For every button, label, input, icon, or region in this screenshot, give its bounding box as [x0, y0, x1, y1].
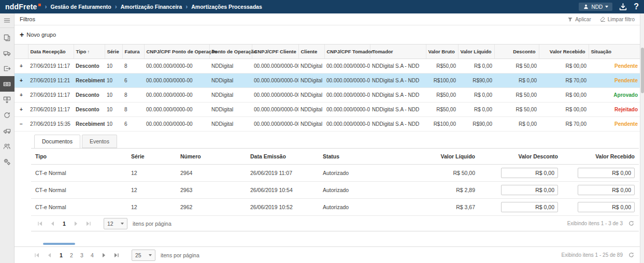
breadcrumb-separator-icon: › — [185, 3, 188, 10]
detail-column-header[interactable]: Valor Líquido — [396, 149, 479, 165]
table-row[interactable]: − 27/06/2019 15:35 Recebimento 10 6 00.0… — [15, 117, 640, 132]
row-expand-toggle[interactable]: + — [15, 74, 28, 88]
detail-page-size-select[interactable]: 12 — [104, 218, 127, 229]
row-expand-toggle[interactable]: + — [15, 103, 28, 117]
page-number[interactable]: 4 — [88, 251, 96, 259]
column-header[interactable]: CNPJ/CPF Cliente — [252, 45, 298, 59]
breadcrumb-item[interactable]: › Amortização Financeira — [115, 3, 182, 10]
detail-column-header[interactable]: Valor Desconto — [479, 149, 562, 165]
menu-toggle[interactable] — [0, 13, 15, 28]
new-group-button[interactable]: + Novo grupo — [20, 31, 56, 38]
next-page-button[interactable] — [99, 251, 109, 260]
row-expand-toggle[interactable]: + — [15, 59, 28, 74]
valor-recebido-input[interactable] — [578, 202, 635, 212]
detail-row[interactable]: CT-e Normal 12 2964 26/06/2019 11:07 Aut… — [31, 165, 639, 182]
column-header[interactable]: CNPJ/CPF Tomador — [324, 45, 370, 59]
detail-tab[interactable]: Eventos — [82, 135, 117, 148]
column-header[interactable]: Tomador — [370, 45, 426, 59]
sidebar-item-withdraw[interactable] — [0, 92, 15, 107]
cell-serie: 10 — [105, 74, 122, 88]
last-page-button[interactable] — [112, 251, 121, 260]
breadcrumb-item[interactable]: › Amortizações Processadas — [185, 3, 262, 10]
column-header[interactable]: Valor Bruto — [426, 45, 458, 59]
detail-column-header[interactable]: Status — [319, 149, 396, 165]
horizontal-scrollbar[interactable] — [15, 242, 640, 246]
column-header[interactable]: Cliente — [298, 45, 324, 59]
next-page-button[interactable] — [71, 219, 81, 228]
page-size-select[interactable]: 25 — [132, 250, 155, 261]
column-header[interactable]: Desconto — [494, 45, 539, 59]
horizontal-scrollbar-thumb[interactable] — [43, 243, 75, 245]
last-page-button[interactable] — [84, 219, 93, 228]
column-header[interactable]: Valor Recebido — [539, 45, 589, 59]
column-header[interactable]: Valor Líquido — [458, 45, 494, 59]
column-header[interactable]: Série — [105, 45, 122, 59]
first-page-button[interactable] — [32, 251, 41, 260]
user-icon — [583, 4, 589, 10]
detail-column-header[interactable]: Valor Recebido — [562, 149, 639, 165]
detail-pager: 1 12 itens por página Exibindo itens 1 -… — [31, 216, 639, 231]
plus-icon: + — [20, 31, 24, 38]
valor-desconto-input[interactable] — [501, 202, 558, 212]
detail-row[interactable]: CT-e Normal 12 2962 26/06/2019 10:52 Aut… — [31, 199, 639, 216]
table-row[interactable]: + 27/06/2019 11:17 Desconto 10 8 00.000.… — [15, 103, 640, 117]
sidebar-item-truck[interactable] — [0, 45, 15, 61]
page-number[interactable]: 1 — [57, 251, 65, 259]
user-menu[interactable]: NDD — [579, 3, 613, 11]
vertical-scrollbar[interactable] — [640, 13, 644, 263]
sync-icon — [3, 111, 11, 119]
column-header[interactable]: Data Recepção — [28, 45, 74, 59]
column-header[interactable]: CNPJ/CPF Ponto de Operação — [144, 45, 209, 59]
valor-recebido-input[interactable] — [578, 168, 635, 178]
sidebar-item-documents[interactable] — [0, 30, 15, 45]
sidebar-item-export[interactable] — [0, 61, 15, 76]
refresh-button[interactable] — [628, 252, 635, 258]
sidebar-item-users[interactable] — [0, 138, 15, 154]
cell-valor-bruto: R$50,00 — [426, 88, 458, 103]
sidebar-item-delivery[interactable] — [0, 123, 15, 138]
cell-cnpj-ponto-operacao: 00.000.000/0000-00 — [144, 59, 209, 74]
cell-cnpj-cliente: 00.000.000/0000-00 — [252, 59, 298, 74]
detail-column-header[interactable]: Data Emissão — [246, 149, 319, 165]
first-page-button[interactable] — [35, 219, 45, 228]
sidebar-item-sync[interactable] — [0, 107, 15, 123]
table-row[interactable]: + 27/06/2019 11:17 Desconto 10 8 00.000.… — [15, 59, 640, 74]
column-header[interactable]: Ponto de Operação — [209, 45, 252, 59]
detail-tab[interactable]: Documentos — [34, 135, 80, 149]
row-expand-toggle[interactable]: − — [15, 117, 28, 132]
detail-column-header[interactable]: Tipo — [31, 149, 127, 165]
detail-refresh-button[interactable] — [628, 220, 635, 227]
sort-arrow-icon: ↑ — [87, 49, 90, 54]
apply-filter-button[interactable]: Aplicar — [567, 17, 591, 22]
column-header[interactable]: Fatura — [122, 45, 144, 59]
table-row[interactable]: + 27/06/2019 11:21 Recebimento 10 6 00.0… — [15, 74, 640, 88]
column-header[interactable]: Situação — [589, 45, 640, 59]
table-row[interactable]: + 27/06/2019 11:17 Desconto 10 8 00.000.… — [15, 88, 640, 103]
valor-desconto-input[interactable] — [501, 168, 558, 178]
help-button[interactable]: ? — [634, 3, 639, 11]
cell-serie: 10 — [105, 103, 122, 117]
column-header[interactable]: Tipo↑ — [74, 45, 105, 59]
cell-doc-serie: 12 — [127, 182, 176, 199]
vertical-scrollbar-thumb[interactable] — [641, 48, 644, 93]
valor-desconto-input[interactable] — [501, 185, 558, 195]
breadcrumb-item[interactable]: › Gestão de Faturamento — [45, 3, 111, 10]
prev-page-button[interactable] — [45, 251, 54, 260]
download-button[interactable] — [619, 3, 627, 11]
prev-page-button[interactable] — [48, 219, 57, 228]
column-header-label: Valor Recebido — [550, 49, 585, 54]
detail-column-header[interactable]: Série — [127, 149, 176, 165]
detail-table-body: CT-e Normal 12 2964 26/06/2019 11:07 Aut… — [31, 165, 639, 216]
page-number[interactable]: 1 — [60, 220, 68, 228]
column-header[interactable] — [15, 45, 28, 59]
detail-row[interactable]: CT-e Normal 12 2963 26/06/2019 10:54 Aut… — [31, 182, 639, 199]
sidebar-item-amortizacao[interactable] — [0, 76, 15, 92]
detail-column-header[interactable]: Número — [176, 149, 246, 165]
sidebar-item-settings[interactable] — [0, 154, 15, 169]
row-expand-toggle[interactable]: + — [15, 88, 28, 103]
cell-cnpj-tomador: 00.000.000/0000-00 — [324, 74, 370, 88]
valor-recebido-input[interactable] — [578, 185, 635, 195]
clear-filter-button[interactable]: Limpar filtro — [599, 16, 635, 22]
page-number[interactable]: 3 — [78, 251, 86, 259]
page-number[interactable]: 2 — [67, 251, 76, 259]
